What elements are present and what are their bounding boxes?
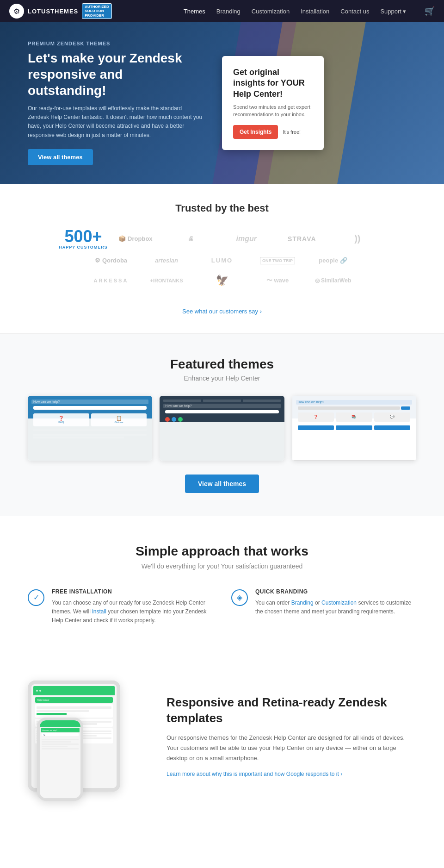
themes-grid: How can we help? ❓ FAQ 📋 Guides: [28, 396, 416, 461]
qordoba-icon: ⚙: [95, 257, 100, 264]
approach-item-branding: ◈ QUICK BRANDING You can order Branding …: [231, 588, 416, 625]
logo-wave: 〜 wave: [250, 274, 305, 287]
get-insights-button[interactable]: Get Insights: [233, 125, 278, 139]
branding-icon: ◈: [231, 589, 248, 606]
logo-artesian: artesian: [139, 254, 194, 267]
approach-title: Simple approach that works: [28, 544, 416, 559]
logo-dropbox: 📦 Dropbox: [108, 232, 163, 245]
logo-imgur: imgur: [219, 232, 274, 246]
theme-preview-blue: How can we help? ❓ FAQ 📋 Guides: [28, 396, 152, 461]
hero-card-title: Get original insights for YOUR Help Cent…: [233, 67, 313, 100]
trusted-title: Trusted by the best: [28, 202, 416, 214]
nav-contact[interactable]: Contact us: [340, 8, 369, 15]
hero-section: PREMIUM ZENDESK THEMES Let's make your Z…: [0, 22, 444, 184]
customer-counter: 500+ HAPPY CUSTOMERS: [59, 228, 108, 250]
nav-themes[interactable]: Themes: [184, 8, 205, 15]
phone-screen: How can we help? 🔍: [40, 720, 80, 798]
view-themes-button[interactable]: View all themes: [28, 149, 93, 165]
logo[interactable]: ⚙ LOTUSTHEMES AUTHORIZED SOLUTION PROVID…: [9, 3, 184, 19]
navigation: ⚙ LOTUSTHEMES AUTHORIZED SOLUTION PROVID…: [0, 0, 444, 22]
logo-arkessa: ARKESSA: [83, 275, 139, 286]
logo-irontanks: +IRONTANKS: [139, 275, 194, 286]
hero-title: Let's make your Zendesk responsive and o…: [28, 50, 204, 99]
hero-tag: PREMIUM ZENDESK THEMES: [28, 41, 204, 46]
logo-print: 🖨: [163, 232, 219, 245]
authorized-badge: AUTHORIZED SOLUTION PROVIDER: [82, 3, 111, 19]
branding-desc: You can order Branding or Customization …: [255, 599, 416, 616]
logos-row-2: ⚙ Qordoba artesian LUMO ONE TWO TRIP peo…: [28, 254, 416, 267]
logo-text: LOTUSTHEMES: [28, 8, 78, 15]
nav-branding[interactable]: Branding: [216, 8, 240, 15]
installation-title: FREE INSTALLATION: [52, 588, 213, 595]
nav-support[interactable]: Support ▾: [380, 8, 406, 15]
logo-people: people 🔗: [305, 254, 361, 267]
approach-section: Simple approach that works We'll do ever…: [0, 516, 444, 653]
responsive-section: Help Center: [0, 653, 444, 819]
nav-links: Themes Branding Customization Installati…: [184, 6, 435, 16]
phone-frame: How can we help? 🔍: [37, 718, 83, 801]
device-mockup: Help Center: [28, 681, 139, 792]
approach-subtitle: We'll do everything for you! Your satisf…: [28, 562, 416, 570]
featured-title: Featured themes: [28, 357, 416, 372]
hero-card-free-text: It's free!: [283, 129, 301, 135]
nav-installation[interactable]: Installation: [301, 8, 329, 15]
logo-similarweb: ◎ SimilarWeb: [305, 275, 361, 287]
installation-content: FREE INSTALLATION You can choose any of …: [52, 588, 213, 625]
logos-row-1: 500+ HAPPY CUSTOMERS 📦 Dropbox 🖨 imgur S…: [28, 228, 416, 250]
customers-link[interactable]: See what our customers say ›: [182, 308, 262, 315]
hero-description: Our ready-for-use templates will effortl…: [28, 104, 204, 140]
responsive-content: Responsive and Retina-ready Zendesk temp…: [166, 695, 416, 777]
chevron-down-icon: ▾: [403, 8, 406, 15]
approach-item-installation: ✓ FREE INSTALLATION You can choose any o…: [28, 588, 213, 625]
theme-preview-light: How can we help? ❓ 📚 �: [292, 396, 416, 461]
view-all-themes-button[interactable]: View all themes: [185, 475, 259, 493]
branding-content: QUICK BRANDING You can order Branding or…: [255, 588, 416, 625]
logo-onetrip: ONE TWO TRIP: [250, 254, 305, 267]
logo-lumo: LUMO: [194, 254, 250, 267]
theme-preview-dark: How can we help?: [160, 396, 284, 461]
installation-icon: ✓: [28, 589, 44, 606]
logo-qordoba: ⚙ Qordoba: [83, 254, 139, 267]
installation-desc: You can choose any of our ready for use …: [52, 599, 213, 625]
logo-icon: ⚙: [9, 4, 24, 19]
hero-card-description: Spend two minutes and get expert recomme…: [233, 103, 313, 119]
counter-label: HAPPY CUSTOMERS: [59, 245, 108, 250]
logo-strava: STRAVA: [274, 232, 330, 245]
customization-link[interactable]: Customization: [321, 599, 357, 606]
featured-subtitle: Enhance your Help Center: [28, 375, 416, 382]
hero-insights-card: Get original insights for YOUR Help Cent…: [222, 56, 324, 150]
theme-card-blue[interactable]: How can we help? ❓ FAQ 📋 Guides: [28, 396, 152, 461]
hero-content: PREMIUM ZENDESK THEMES Let's make your Z…: [28, 41, 204, 165]
responsive-link[interactable]: Learn more about why this is important a…: [166, 771, 342, 777]
cart-icon[interactable]: 🛒: [425, 6, 435, 16]
logo-xing: )): [330, 231, 385, 247]
featured-section: Featured themes Enhance your Help Center…: [0, 334, 444, 516]
nav-customization[interactable]: Customization: [252, 8, 290, 15]
approach-grid: ✓ FREE INSTALLATION You can choose any o…: [28, 588, 416, 625]
logo-phoenix: 🦅: [194, 272, 250, 289]
counter-number: 500+: [64, 228, 102, 245]
theme-card-light[interactable]: How can we help? ❓ 📚 �: [292, 396, 416, 461]
gear-icon: ⚙: [13, 7, 20, 16]
branding-title: QUICK BRANDING: [255, 588, 416, 595]
trusted-section: Trusted by the best 500+ HAPPY CUSTOMERS…: [0, 184, 444, 334]
branding-link[interactable]: Branding: [291, 599, 314, 606]
hero-card-actions: Get Insights It's free!: [233, 125, 313, 139]
install-link[interactable]: install: [92, 608, 106, 615]
responsive-description: Our responsive themes for the Zendesk He…: [166, 733, 416, 763]
responsive-title: Responsive and Retina-ready Zendesk temp…: [166, 695, 416, 726]
theme-card-dark[interactable]: How can we help?: [160, 396, 284, 461]
dropbox-logo-icon: 📦: [118, 235, 126, 242]
tablet-header: [33, 686, 115, 695]
print-logo-icon: 🖨: [188, 235, 194, 242]
logos-row-3: ARKESSA +IRONTANKS 🦅 〜 wave ◎ SimilarWeb: [28, 272, 416, 289]
